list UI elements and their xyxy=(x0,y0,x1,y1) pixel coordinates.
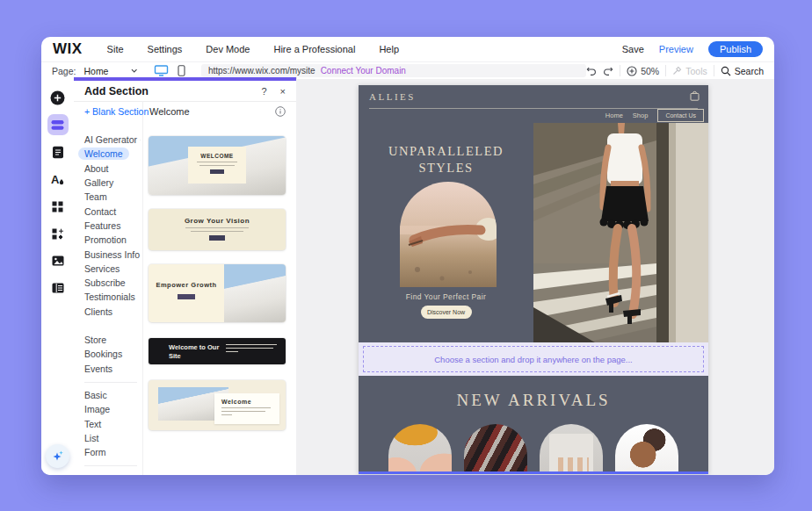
sections-icon xyxy=(51,119,64,131)
help-button[interactable]: ? xyxy=(261,86,266,97)
drop-zone[interactable]: Choose a section and drop it anywhere on… xyxy=(359,342,708,376)
wix-logo: WIX xyxy=(53,40,83,58)
hero-title: UNPARALLELEDSTYLES xyxy=(359,143,533,176)
menu-site[interactable]: Site xyxy=(107,44,124,54)
template-button xyxy=(209,235,225,241)
zoom-value: 50% xyxy=(641,66,659,76)
info-icon[interactable] xyxy=(275,106,286,117)
section-boundary-line xyxy=(359,471,708,474)
device-switcher xyxy=(154,65,185,76)
save-button[interactable]: Save xyxy=(622,44,644,54)
section-category-list-basic: Basic Image Text List Form xyxy=(84,388,141,459)
blank-section-link[interactable]: + Blank Section xyxy=(84,106,149,117)
panel-title: Add Section xyxy=(84,85,149,97)
shopping-bag-icon[interactable] xyxy=(690,90,700,101)
tools-button[interactable]: Tools xyxy=(672,66,707,76)
add-apps-button[interactable] xyxy=(47,196,69,217)
panel-header: Add Section ? × xyxy=(74,81,296,102)
tools-icon xyxy=(672,66,682,76)
close-icon[interactable]: × xyxy=(280,86,286,97)
category-image[interactable]: Image xyxy=(84,402,141,416)
template-button xyxy=(178,294,195,299)
pages-button[interactable] xyxy=(47,141,69,162)
page-label: Page: xyxy=(52,66,76,76)
search-button[interactable]: Search xyxy=(721,66,764,76)
ai-assistant-button[interactable] xyxy=(46,444,69,468)
product-image-model[interactable] xyxy=(615,424,678,471)
category-testimonials[interactable]: Testimonials xyxy=(84,290,141,304)
category-store[interactable]: Store xyxy=(84,333,141,347)
category-business-info[interactable]: Business Info xyxy=(84,247,141,261)
template-image xyxy=(224,264,286,322)
media-button[interactable] xyxy=(47,250,69,271)
menu-dev-mode[interactable]: Dev Mode xyxy=(206,44,250,54)
drop-zone-text: Choose a section and drop it anywhere on… xyxy=(434,355,633,364)
category-services[interactable]: Services xyxy=(84,262,141,276)
template-card: WELCOME xyxy=(188,147,246,184)
panel-divider xyxy=(142,101,143,475)
nav-home[interactable]: Home xyxy=(605,112,623,119)
toolbar-separator xyxy=(665,65,666,76)
template-card: Welcome xyxy=(214,393,279,424)
nav-shop[interactable]: Shop xyxy=(633,112,649,119)
category-clients[interactable]: Clients xyxy=(84,305,141,319)
category-form[interactable]: Form xyxy=(84,445,141,459)
category-contact[interactable]: Contact xyxy=(84,204,141,218)
toolbar-separator xyxy=(620,65,620,76)
site-header-section[interactable]: ALLIES Home Shop Contact Us xyxy=(359,85,708,123)
category-divider xyxy=(84,465,137,466)
category-subscribe[interactable]: Subscribe xyxy=(84,276,141,290)
category-ai-generator[interactable]: AI Generator xyxy=(84,133,141,147)
product-image-display-case[interactable] xyxy=(540,424,603,471)
app-market-button[interactable] xyxy=(47,223,69,244)
section-template-welcome-1[interactable]: WELCOME xyxy=(149,136,286,195)
thumbnails-header: Welcome xyxy=(149,106,190,117)
site-design-button[interactable]: A xyxy=(47,169,69,190)
zoom-control[interactable]: 50% xyxy=(627,66,659,76)
contact-us-button[interactable]: Contact Us xyxy=(657,109,704,122)
new-arrivals-title: NEW ARRIVALS xyxy=(359,391,708,410)
category-promotion[interactable]: Promotion xyxy=(84,233,141,247)
plus-circle-icon xyxy=(50,90,65,105)
menu-hire-a-professional[interactable]: Hire a Professional xyxy=(273,44,355,54)
menubar-actions: Save Preview Publish xyxy=(622,41,763,57)
page-selector[interactable]: Home xyxy=(83,66,108,76)
layout-button[interactable] xyxy=(47,277,69,299)
new-arrivals-section[interactable]: NEW ARRIVALS xyxy=(359,376,708,471)
category-about[interactable]: About xyxy=(84,162,141,176)
text-theme-icon: A xyxy=(51,173,64,185)
category-features[interactable]: Features xyxy=(84,219,141,233)
category-text[interactable]: Text xyxy=(84,417,141,431)
desktop-view-icon[interactable] xyxy=(154,65,169,76)
publish-button[interactable]: Publish xyxy=(708,41,763,57)
top-menubar: WIX Site Settings Dev Mode Hire a Profes… xyxy=(41,37,774,61)
site-url-bar[interactable]: https://www.wix.com/mysite Connect Your … xyxy=(201,64,586,77)
redo-icon[interactable] xyxy=(603,66,613,76)
category-gallery[interactable]: Gallery xyxy=(84,176,141,190)
section-template-welcome-3[interactable]: Empower Growth xyxy=(149,264,286,322)
category-list[interactable]: List xyxy=(84,431,141,445)
hero-arch-image xyxy=(400,182,497,287)
category-team[interactable]: Team xyxy=(84,190,141,204)
category-bookings[interactable]: Bookings xyxy=(84,347,141,361)
discover-now-button[interactable]: Discover Now xyxy=(421,306,472,319)
product-image-leather-shoes[interactable] xyxy=(464,424,527,471)
hero-photo xyxy=(533,123,708,342)
section-template-welcome-4[interactable]: Welcome to Our Site xyxy=(149,338,286,364)
section-template-welcome-2[interactable]: Grow Your Vision xyxy=(149,209,286,250)
category-events[interactable]: Events xyxy=(84,362,141,376)
mobile-view-icon[interactable] xyxy=(178,65,185,76)
category-basic[interactable]: Basic xyxy=(84,388,141,402)
menu-settings[interactable]: Settings xyxy=(148,44,183,54)
category-welcome[interactable]: Welcome xyxy=(84,147,141,161)
chevron-down-icon[interactable] xyxy=(131,68,137,73)
section-template-welcome-5[interactable]: Welcome xyxy=(149,380,286,430)
add-section-button[interactable] xyxy=(47,114,69,135)
preview-button[interactable]: Preview xyxy=(659,44,693,54)
undo-icon[interactable] xyxy=(586,66,597,76)
product-image-sandal[interactable] xyxy=(388,424,452,471)
hero-section[interactable]: UNPARALLELEDSTYLES xyxy=(359,123,708,342)
menu-help[interactable]: Help xyxy=(379,44,399,54)
connect-domain-link[interactable]: Connect Your Domain xyxy=(321,66,406,76)
add-element-button[interactable] xyxy=(47,87,69,108)
